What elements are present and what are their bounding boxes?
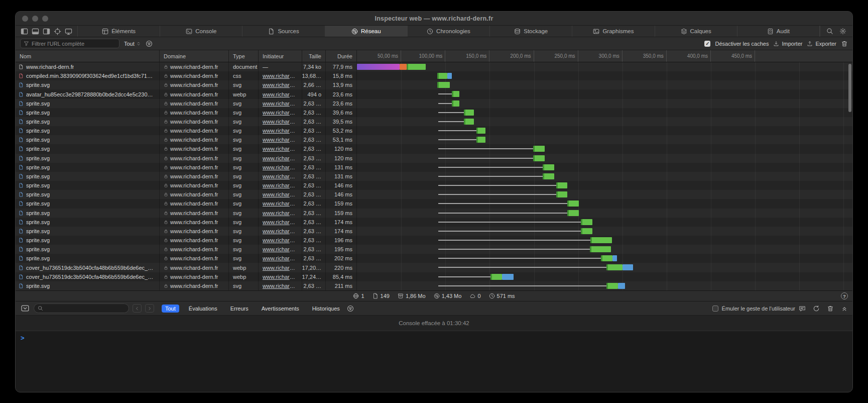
network-request-row[interactable]: sprite.svgwww.richard-dern.frsvgwww.rich… [16, 126, 852, 135]
initiator-link[interactable]: www.richard-d… [263, 73, 298, 79]
search-icon[interactable] [826, 28, 833, 35]
disable-caches-checkbox[interactable] [704, 41, 710, 47]
network-request-row[interactable]: avatar_hu85ecc3e298728880b0bde2dcc4e5c23… [16, 89, 852, 98]
column-header-duration[interactable]: Durée [326, 50, 357, 62]
inspect-element-icon[interactable] [54, 28, 61, 35]
previous-result-button[interactable] [133, 304, 142, 313]
network-request-row[interactable]: sprite.svgwww.richard-dern.frsvgwww.rich… [16, 117, 852, 126]
initiator-link[interactable]: www.richard-d… [263, 137, 298, 143]
initiator-link[interactable]: www.richard-d… [263, 119, 298, 125]
network-request-row[interactable]: sprite.svgwww.richard-dern.frsvgwww.rich… [16, 254, 852, 263]
network-request-row[interactable]: sprite.svgwww.richard-dern.frsvgwww.rich… [16, 218, 852, 227]
network-request-row[interactable]: sprite.svgwww.richard-dern.frsvgwww.rich… [16, 236, 852, 245]
network-request-row[interactable]: sprite.svgwww.richard-dern.frsvgwww.rich… [16, 154, 852, 163]
initiator-link[interactable]: www.richard-d… [263, 173, 298, 179]
console-scope-avertissements[interactable]: Avertissements [258, 305, 303, 313]
clear-network-items-icon[interactable] [841, 40, 848, 47]
dock-right-icon[interactable] [43, 28, 50, 35]
tab-elements[interactable]: Éléments [78, 26, 160, 37]
initiator-link[interactable]: www.richard-d… [263, 283, 298, 289]
minimize-window-button[interactable] [32, 16, 38, 22]
initiator-link[interactable]: www.richard-d… [263, 164, 298, 170]
network-request-row[interactable]: cover_hu736519dc3b5040cfa48b6b559b6de6ec… [16, 263, 852, 272]
initiator-link[interactable]: www.richard-d… [263, 100, 298, 107]
network-request-row[interactable]: sprite.svgwww.richard-dern.frsvgwww.rich… [16, 99, 852, 108]
url-filter-input[interactable] [32, 41, 116, 47]
close-window-button[interactable] [22, 16, 28, 22]
network-request-row[interactable]: compiled.min.38390909f303624ed9e1cf1bd3f… [16, 71, 852, 80]
network-request-row[interactable]: sprite.svgwww.richard-dern.frsvgwww.rich… [16, 172, 852, 181]
network-request-row[interactable]: www.richard-dern.frwww.richard-dern.frdo… [16, 62, 852, 71]
next-result-button[interactable] [145, 304, 154, 313]
emulate-gesture-checkbox[interactable] [712, 306, 718, 312]
export-button[interactable]: Exporter [807, 41, 836, 47]
column-header-type[interactable]: Type [229, 50, 259, 62]
initiator-link[interactable]: www.richard-d… [263, 228, 298, 234]
initiator-link[interactable]: www.richard-d… [263, 255, 298, 261]
tab-storage[interactable]: Stockage [490, 26, 572, 37]
network-request-row[interactable]: sprite.svgwww.richard-dern.frsvgwww.rich… [16, 245, 852, 254]
reload-icon[interactable] [813, 305, 820, 312]
network-request-row[interactable]: sprite.svgwww.richard-dern.frsvgwww.rich… [16, 144, 852, 153]
console-scope-historiques[interactable]: Historiques [309, 305, 343, 313]
device-settings-icon[interactable] [65, 28, 72, 35]
initiator-link[interactable]: www.richard-d… [263, 246, 298, 252]
console-scope-erreurs[interactable]: Erreurs [227, 305, 252, 313]
column-header-name[interactable]: Nom [16, 50, 160, 62]
tab-network[interactable]: Réseau [325, 26, 408, 37]
network-request-row[interactable]: sprite.svgwww.richard-dern.frsvgwww.rich… [16, 281, 852, 290]
tab-layers[interactable]: Calques [655, 26, 737, 37]
network-request-row[interactable]: sprite.svgwww.richard-dern.frsvgwww.rich… [16, 181, 852, 190]
initiator-link[interactable]: www.richard-d… [263, 191, 298, 197]
network-request-row[interactable]: cover_hu736519dc3b5040cfa48b6b559b6de6ec… [16, 272, 852, 281]
tab-sources[interactable]: Sources [242, 26, 325, 37]
clear-console-icon[interactable] [827, 305, 834, 312]
initiator-link[interactable]: www.richard-d… [263, 110, 298, 116]
tab-graphics[interactable]: Graphismes [572, 26, 655, 37]
dock-bottom-icon[interactable] [32, 28, 39, 35]
settings-gear-icon[interactable] [839, 28, 846, 35]
console-prompt[interactable]: > [16, 331, 852, 344]
network-request-row[interactable]: sprite.svgwww.richard-dern.frsvgwww.rich… [16, 227, 852, 236]
initiator-link[interactable]: www.richard-d… [263, 182, 298, 188]
column-header-initiator[interactable]: Initiateur [259, 50, 302, 62]
console-search-field[interactable] [34, 304, 129, 313]
initiator-link[interactable]: www.richard-d… [263, 146, 298, 152]
initiator-link[interactable]: www.richard-d… [263, 219, 298, 225]
dock-left-icon[interactable] [21, 28, 28, 35]
initiator-link[interactable]: www.richard-d… [263, 82, 298, 88]
console-scope-tout[interactable]: Tout [162, 305, 179, 313]
initiator-link[interactable]: www.richard-d… [263, 210, 298, 216]
initiator-link[interactable]: www.richard-d… [263, 237, 298, 243]
console-messages-icon[interactable] [799, 305, 806, 312]
console-scope-évaluations[interactable]: Évaluations [185, 305, 221, 313]
network-request-row[interactable]: sprite.svgwww.richard-dern.frsvgwww.rich… [16, 80, 852, 89]
initiator-link[interactable]: www.richard-d… [263, 265, 298, 271]
console-search-input[interactable] [45, 306, 125, 312]
network-request-row[interactable]: sprite.svgwww.richard-dern.frsvgwww.rich… [16, 108, 852, 117]
url-filter-field[interactable] [20, 39, 119, 48]
network-request-row[interactable]: sprite.svgwww.richard-dern.frsvgwww.rich… [16, 163, 852, 172]
tab-audit[interactable]: Audit [737, 26, 820, 37]
expand-console-icon[interactable] [841, 305, 848, 312]
console-filter-icon[interactable] [347, 305, 354, 312]
network-request-row[interactable]: sprite.svgwww.richard-dern.frsvgwww.rich… [16, 190, 852, 199]
initiator-link[interactable]: www.richard-d… [263, 91, 298, 97]
network-request-row[interactable]: sprite.svgwww.richard-dern.frsvgwww.rich… [16, 199, 852, 208]
initiator-link[interactable]: www.richard-d… [263, 155, 298, 161]
network-request-row[interactable]: sprite.svgwww.richard-dern.frsvgwww.rich… [16, 209, 852, 218]
initiator-link[interactable]: www.richard-d… [263, 200, 298, 207]
zoom-window-button[interactable] [42, 16, 48, 22]
initiator-link[interactable]: www.richard-d… [263, 128, 298, 134]
resource-type-select[interactable]: Tout [124, 41, 141, 47]
column-header-domain[interactable]: Domaine [160, 50, 229, 62]
tab-timelines[interactable]: Chronologies [408, 26, 490, 37]
tab-console[interactable]: Console [160, 26, 242, 37]
column-header-size[interactable]: Taille [302, 50, 326, 62]
filter-options-icon[interactable] [146, 40, 153, 47]
vertical-scrollbar[interactable] [848, 64, 851, 112]
help-button[interactable]: ? [841, 292, 848, 299]
import-button[interactable]: Importer [773, 41, 802, 47]
initiator-link[interactable]: www.richard-d… [263, 274, 298, 280]
network-request-row[interactable]: sprite.svgwww.richard-dern.frsvgwww.rich… [16, 135, 852, 144]
